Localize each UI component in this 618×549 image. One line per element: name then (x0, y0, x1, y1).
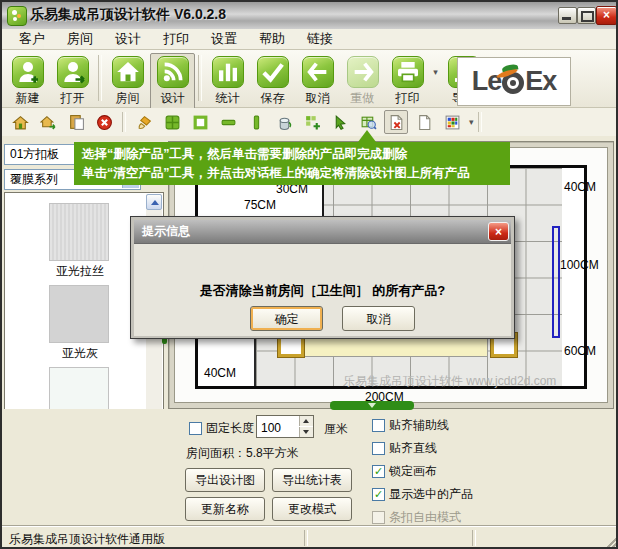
clear-products-icon[interactable] (384, 110, 408, 134)
tool-hint-line2: 单击“清空产品”工具，并点击对话框上的确定将清除设计图上所有产品 (82, 164, 502, 183)
watermark: 乐易集成吊顶设计软件 www.jcdd2d.com (343, 373, 556, 390)
scroll-up-button[interactable] (146, 194, 162, 210)
menu-item-links[interactable]: 链接 (296, 28, 344, 50)
room-area-label: 房间面积：5.8平方米 (186, 445, 299, 462)
home-icon[interactable] (8, 110, 32, 134)
cancel-button[interactable]: 取消 (342, 306, 415, 331)
open-user-icon (57, 56, 89, 88)
minimize-icon (562, 17, 571, 20)
snap-guide-checkbox[interactable]: 贴齐辅助线 (372, 417, 449, 434)
menu-item-customer[interactable]: 客户 (8, 28, 56, 50)
dialog-title: 提示信息 (142, 224, 190, 238)
checkbox-box[interactable] (189, 422, 202, 435)
spin-up-button[interactable] (299, 416, 313, 426)
color-palette-icon[interactable] (440, 110, 464, 134)
app-logo-icon (7, 6, 27, 26)
export-stats-button[interactable]: 导出统计表 (272, 468, 352, 492)
checkbox-box[interactable]: ✓ (372, 488, 385, 501)
unit-label: 厘米 (324, 421, 348, 438)
tooltip-pointer-icon (358, 130, 376, 142)
confirm-dialog: 提示信息 × 是否清除当前房间［卫生间］ 的所有产品? 确定 取消 (130, 216, 515, 339)
paint-bucket-icon[interactable] (272, 110, 296, 134)
length-input[interactable] (257, 416, 303, 439)
arrow-left-icon (302, 56, 334, 88)
status-bar: 乐易集成吊顶设计软件通用版 (2, 526, 618, 549)
resize-grip[interactable] (606, 536, 618, 548)
save-button[interactable]: 保存 (250, 53, 295, 110)
menu-item-help[interactable]: 帮助 (248, 28, 296, 50)
spin-down-button[interactable] (299, 427, 313, 437)
menu-item-settings[interactable]: 设置 (200, 28, 248, 50)
vertical-strip-icon[interactable] (244, 110, 268, 134)
category-select-value: 01方扣板 (10, 147, 59, 161)
dialog-close-button[interactable]: × (488, 222, 509, 241)
undo-button[interactable]: 取消 (295, 53, 340, 110)
product-swatch[interactable] (49, 285, 109, 343)
close-button[interactable]: × (596, 6, 617, 25)
paste-icon[interactable] (64, 110, 88, 134)
new-button[interactable]: 新建 (5, 53, 50, 110)
dim-label: 75CM (244, 198, 276, 212)
show-selected-checkbox[interactable]: ✓ 显示选中的产品 (372, 486, 473, 503)
list-item[interactable]: 亚光拉丝 (49, 203, 111, 280)
delete-room-icon[interactable] (92, 110, 116, 134)
brush-icon[interactable] (132, 110, 156, 134)
print-button[interactable]: 打印 (385, 53, 430, 110)
toolbar-separator (198, 55, 202, 101)
menu-item-print[interactable]: 打印 (152, 28, 200, 50)
checkbox-box (372, 511, 385, 524)
fixed-length-checkbox[interactable]: 固定长度 (189, 420, 254, 437)
window-title: 乐易集成吊顶设计软件 V6.0.2.8 (30, 6, 226, 24)
dim-label: 100CM (560, 258, 599, 272)
tool-hint-line1: 选择“删除产品”工具，然后单击需要删除的产品即完成删除 (82, 145, 502, 164)
strip-separator (122, 112, 126, 132)
horizontal-splitter-handle[interactable] (330, 401, 414, 410)
maximize-button[interactable] (577, 7, 596, 24)
logo-text-left: Le (472, 66, 502, 97)
status-separator (472, 530, 476, 546)
blank-page-icon[interactable] (412, 110, 436, 134)
frame-icon[interactable] (188, 110, 212, 134)
status-text: 乐易集成吊顶设计软件通用版 (9, 531, 165, 548)
open-button[interactable]: 打开 (50, 53, 95, 110)
check-icon (257, 56, 289, 88)
strip-chevron-down-icon[interactable]: ▾ (469, 117, 474, 127)
status-separator (304, 530, 308, 546)
list-item[interactable]: 亚光灰 (49, 285, 111, 362)
selected-wall-segment[interactable] (552, 226, 560, 338)
minimize-button[interactable] (558, 7, 577, 24)
home-forward-icon[interactable] (36, 110, 60, 134)
lock-canvas-checkbox[interactable]: ✓ 锁定画布 (372, 463, 437, 480)
logo-text-right: Ex (525, 66, 556, 97)
dim-label: 60CM (564, 344, 596, 358)
redo-button: 重做 (340, 53, 385, 110)
menu-bar: 客户 房间 设计 打印 设置 帮助 链接 (2, 29, 618, 50)
design-icon (157, 56, 189, 88)
change-mode-button[interactable]: 更改模式 (272, 497, 352, 521)
checkbox-box[interactable]: ✓ (372, 465, 385, 478)
select-arrow-icon[interactable] (328, 110, 352, 134)
export-design-button[interactable]: 导出设计图 (185, 468, 265, 492)
product-swatch[interactable] (49, 203, 109, 261)
update-name-button[interactable]: 更新名称 (185, 497, 265, 521)
ok-button[interactable]: 确定 (250, 306, 323, 331)
statistics-button[interactable]: 统计 (205, 53, 250, 110)
design-button[interactable]: 设计 (150, 53, 195, 110)
menu-item-design[interactable]: 设计 (104, 28, 152, 50)
menu-item-room[interactable]: 房间 (56, 28, 104, 50)
print-dropdown-chevron-icon[interactable]: ▾ (430, 67, 441, 77)
house-icon (112, 56, 144, 88)
arrow-right-icon (347, 56, 379, 88)
fill-grid-icon[interactable] (160, 110, 184, 134)
checkbox-box[interactable] (372, 442, 385, 455)
add-product-icon[interactable] (300, 110, 324, 134)
tool-strip: ▾ (2, 108, 618, 136)
snap-line-checkbox[interactable]: 贴齐直线 (372, 440, 437, 457)
room-button[interactable]: 房间 (105, 53, 150, 110)
dialog-title-bar: 提示信息 × (134, 220, 511, 243)
checkbox-box[interactable] (372, 419, 385, 432)
dim-label: 40CM (564, 180, 596, 194)
length-spinner[interactable] (256, 415, 314, 438)
horizontal-strip-icon[interactable] (216, 110, 240, 134)
new-user-icon (12, 56, 44, 88)
